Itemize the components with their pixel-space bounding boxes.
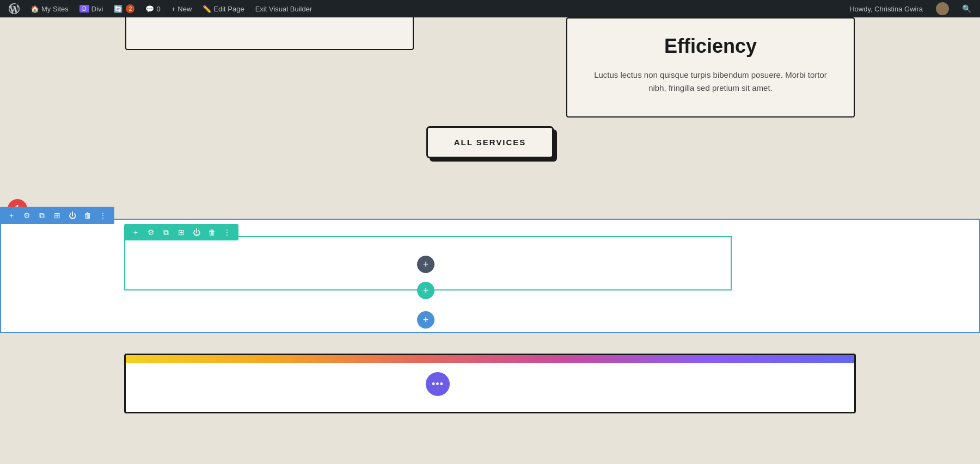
search-icon: 🔍 — [962, 4, 971, 13]
section-more-btn[interactable]: ⋮ — [97, 209, 109, 221]
updates-menu[interactable]: 🔄 2 — [109, 0, 139, 17]
row-toggle-btn[interactable]: ⏻ — [191, 226, 203, 238]
edit-page-label: Edit Page — [213, 5, 244, 13]
row-copy-btn[interactable]: ⧉ — [160, 226, 172, 238]
section-toggle-btn[interactable]: ⏻ — [66, 209, 78, 221]
updates-badge: 2 — [126, 4, 134, 13]
row-delete-btn[interactable]: 🗑 — [206, 226, 218, 238]
my-sites-menu[interactable]: 🏠 My Sites — [26, 0, 73, 17]
all-services-section: ALL SERVICES — [0, 126, 980, 158]
main-content: Efficiency Luctus lectus non quisque tur… — [0, 17, 980, 464]
all-services-button[interactable]: ALL SERVICES — [426, 126, 554, 158]
pencil-icon: ✏️ — [203, 5, 211, 13]
row-settings-btn[interactable]: ⚙ — [145, 226, 157, 238]
input-card — [125, 17, 414, 50]
add-module-btn[interactable]: + — [417, 256, 434, 273]
home-icon: 🏠 — [30, 5, 39, 13]
plus-icon: + — [171, 5, 176, 13]
add-section-btn[interactable]: + — [417, 311, 434, 329]
section-add-btn[interactable]: + — [5, 209, 17, 221]
refresh-icon: 🔄 — [114, 5, 122, 13]
greeting: Howdy, Christina Gwira — [845, 0, 927, 17]
divi-menu[interactable]: D Divi — [75, 0, 108, 17]
comments-count: 0 — [156, 5, 160, 13]
row-columns-btn[interactable]: ⊞ — [175, 226, 187, 238]
efficiency-card: Efficiency Luctus lectus non quisque tur… — [566, 17, 855, 117]
admin-bar: 🏠 My Sites D Divi 🔄 2 💬 0 + New ✏️ Edit … — [0, 0, 980, 17]
greeting-text: Howdy, Christina Gwira — [849, 5, 923, 13]
avatar — [936, 2, 949, 15]
exit-visual-builder-label: Exit Visual Builder — [255, 5, 313, 13]
row-add-btn[interactable]: + — [130, 226, 142, 238]
edit-page-menu[interactable]: ✏️ Edit Page — [198, 0, 248, 17]
section-toolbar-blue: + ⚙ ⧉ ⊞ ⏻ 🗑 ⋮ — [0, 207, 114, 224]
three-dots-btn[interactable]: ••• — [426, 372, 450, 396]
avatar-container[interactable] — [932, 0, 953, 17]
row-more-btn[interactable]: ⋮ — [221, 226, 233, 238]
exit-visual-builder-btn[interactable]: Exit Visual Builder — [251, 0, 317, 17]
my-sites-label: My Sites — [41, 5, 69, 13]
section-toolbar-teal: + ⚙ ⧉ ⊞ ⏻ 🗑 ⋮ — [124, 224, 238, 240]
add-row-btn[interactable]: + — [417, 282, 434, 299]
divi-label: Divi — [91, 5, 103, 13]
admin-bar-right: Howdy, Christina Gwira 🔍 — [845, 0, 976, 17]
search-btn[interactable]: 🔍 — [958, 0, 976, 17]
section-row-1: 1 + ⚙ ⧉ ⊞ ⏻ 🗑 ⋮ + ⚙ ⧉ ⊞ ⏻ 🗑 ⋮ + — [0, 207, 980, 321]
section-settings-btn[interactable]: ⚙ — [21, 209, 33, 221]
section-columns-btn[interactable]: ⊞ — [51, 209, 63, 221]
new-label: New — [177, 5, 192, 13]
section-delete-btn[interactable]: 🗑 — [82, 209, 94, 221]
comments-menu[interactable]: 💬 0 — [141, 0, 164, 17]
gradient-bar — [126, 355, 854, 363]
efficiency-title: Efficiency — [589, 35, 832, 58]
section-copy-btn[interactable]: ⧉ — [36, 209, 48, 221]
gradient-section — [124, 354, 856, 413]
efficiency-text: Luctus lectus non quisque turpis bibendu… — [589, 69, 832, 95]
comment-icon: 💬 — [145, 5, 154, 13]
gradient-body — [126, 363, 854, 412]
divi-icon: D — [79, 5, 89, 13]
wp-logo[interactable] — [4, 0, 24, 17]
new-menu[interactable]: + New — [167, 0, 197, 17]
